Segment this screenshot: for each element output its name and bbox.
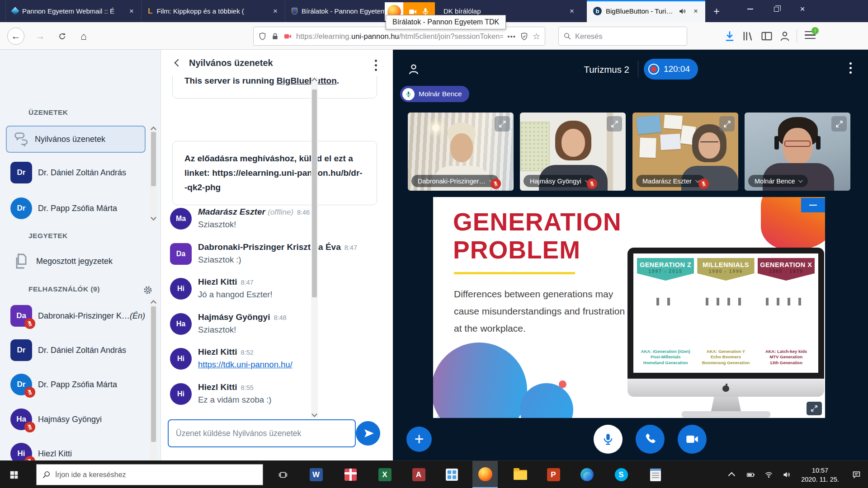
- library-icon[interactable]: [741, 30, 754, 42]
- bookmark-star-icon[interactable]: ☆: [533, 31, 540, 42]
- lock-icon[interactable]: [271, 32, 279, 41]
- taskbar-app-file-explorer[interactable]: [508, 461, 533, 488]
- chat-message-input[interactable]: [176, 429, 348, 438]
- chat-bubbles-icon: [13, 131, 29, 147]
- start-button[interactable]: [0, 461, 28, 488]
- notes-icon: [12, 252, 30, 270]
- crest-favicon: [292, 8, 297, 14]
- tab-bigbluebutton-active[interactable]: b BigBlueButton - Turizmus ×: [587, 0, 705, 22]
- sidebar-item-private-chat[interactable]: Dr Dr. Papp Zsófia Márta: [0, 197, 160, 219]
- send-icon: [363, 428, 374, 439]
- new-tab-button[interactable]: +: [709, 4, 724, 19]
- chat-options-kebab-icon[interactable]: [375, 60, 377, 73]
- user-row[interactable]: Ha Hajmásy Gyöngyi: [0, 408, 160, 430]
- taskbar-search-input[interactable]: [55, 471, 257, 479]
- taskbar-app-skype[interactable]: S: [609, 461, 634, 488]
- taskbar-app-word[interactable]: W: [303, 461, 329, 488]
- webcam-name-pill[interactable]: Hajmásy Gyöngyi: [524, 175, 594, 187]
- task-view-button[interactable]: [271, 461, 295, 488]
- tracking-protection-shield-icon[interactable]: [258, 32, 267, 41]
- home-button[interactable]: ⌂: [75, 28, 92, 45]
- recording-indicator[interactable]: 120:04: [644, 59, 698, 80]
- user-row[interactable]: Dr Dr. Dániel Zoltán András: [0, 339, 160, 361]
- user-row[interactable]: Dr Dr. Papp Zsófia Márta: [0, 374, 160, 395]
- fullscreen-icon[interactable]: [607, 116, 622, 131]
- tab-webmail[interactable]: Pannon Egyetem Webmail :: É ×: [5, 0, 141, 22]
- active-talker-indicator[interactable]: Molnár Bence: [400, 86, 469, 102]
- chat-message-link[interactable]: https://tdk.uni-pannon.hu/: [198, 360, 369, 370]
- chevron-left-icon[interactable]: [175, 59, 182, 67]
- taskbar-app-access[interactable]: A: [406, 461, 431, 488]
- talker-mic-icon: [402, 88, 415, 100]
- tab-audio-icon[interactable]: [679, 7, 687, 15]
- close-icon[interactable]: ×: [270, 6, 280, 16]
- taskbar-app-excel[interactable]: X: [372, 461, 397, 488]
- downloads-icon[interactable]: [723, 30, 736, 42]
- network-icon[interactable]: [760, 461, 778, 488]
- microphone-icon: [601, 432, 615, 446]
- taskbar-app-gift[interactable]: [338, 461, 363, 488]
- gear-icon[interactable]: [143, 285, 153, 295]
- chat-input[interactable]: [168, 419, 356, 447]
- avatar: Ha: [170, 313, 192, 335]
- webcam-name-pill[interactable]: Madarász Eszter: [636, 175, 705, 187]
- users-scrollbar[interactable]: [150, 299, 157, 488]
- close-icon[interactable]: ×: [691, 6, 701, 16]
- hidden-icons-chevron[interactable]: [723, 461, 741, 488]
- sidebar-item-shared-notes[interactable]: Megosztott jegyzetek: [0, 250, 160, 272]
- forward-button[interactable]: →: [32, 28, 49, 45]
- fullscreen-icon[interactable]: [831, 116, 847, 131]
- presentation-fullscreen-button[interactable]: [807, 402, 822, 415]
- tab-film[interactable]: L Film: Kippkopp és a többiek ( ×: [141, 0, 285, 22]
- taskbar-app-grid[interactable]: [439, 461, 464, 488]
- fullscreen-icon[interactable]: [495, 116, 510, 131]
- close-icon[interactable]: ×: [567, 6, 577, 16]
- close-icon[interactable]: ×: [127, 6, 137, 16]
- search-icon: [42, 470, 51, 479]
- volume-icon[interactable]: [778, 461, 796, 488]
- back-button[interactable]: ←: [7, 28, 24, 45]
- window-minimize-button[interactable]: [739, 0, 761, 18]
- webcam-share-button[interactable]: [678, 425, 707, 454]
- tab-tooltip: Bírálatok - Pannon Egyetem TDK: [386, 15, 506, 29]
- url-bar[interactable]: https://elearning.uni-pannon.hu/html5cli…: [253, 27, 545, 46]
- chat-scrollbar[interactable]: [311, 77, 318, 418]
- reload-button[interactable]: [53, 28, 71, 45]
- bigbluebutton-link[interactable]: BigBlueButton: [277, 76, 337, 85]
- bookmark-shield-icon[interactable]: [520, 32, 528, 41]
- screen: Pannon Egyetem Webmail :: É × L Film: Ki…: [0, 0, 868, 488]
- sidebar-toggle-icon[interactable]: [760, 30, 773, 42]
- sidebar-item-public-chat[interactable]: Nyilvános üzenetek: [6, 126, 146, 153]
- messages-scrollbar[interactable]: [150, 126, 157, 221]
- taskbar-app-powerpoint[interactable]: P: [541, 461, 566, 488]
- sidebar-item-private-chat[interactable]: Dr Dr. Dániel Zoltán András: [0, 162, 160, 183]
- page-actions-icon[interactable]: •••: [507, 33, 516, 40]
- send-message-button[interactable]: [356, 421, 380, 446]
- options-kebab-icon[interactable]: [849, 62, 852, 76]
- window-restore-button[interactable]: [765, 0, 788, 18]
- taskbar-app-firefox-active[interactable]: [472, 461, 498, 488]
- mute-button[interactable]: [594, 425, 623, 454]
- taskbar-search[interactable]: [36, 464, 263, 485]
- search-input[interactable]: [575, 32, 682, 41]
- minimize-presentation-button[interactable]: [801, 198, 825, 212]
- taskbar-clock[interactable]: 10:57 2020. 11. 25.: [796, 466, 844, 484]
- search-bar[interactable]: [558, 27, 687, 46]
- camera-permission-icon[interactable]: [283, 32, 292, 41]
- actions-plus-button[interactable]: +: [406, 427, 432, 452]
- url-text[interactable]: https://elearning.uni-pannon.hu/html5cli…: [296, 32, 503, 41]
- account-icon[interactable]: [778, 30, 791, 42]
- skype-icon: S: [615, 468, 628, 481]
- fullscreen-icon[interactable]: [719, 116, 735, 131]
- taskbar-app-notepad[interactable]: [643, 461, 668, 488]
- window-close-button[interactable]: ×: [791, 0, 814, 18]
- action-center-button[interactable]: [844, 461, 868, 488]
- taskbar-app-edge[interactable]: [574, 461, 599, 488]
- hamburger-menu-icon[interactable]: ↑: [805, 31, 816, 41]
- leave-audio-button[interactable]: [636, 425, 665, 454]
- webcam-name-pill[interactable]: Dabronaki-Priszinger Kr…: [411, 175, 499, 187]
- user-row[interactable]: Da Dabronaki-Priszinger K…(Én): [0, 305, 160, 327]
- battery-icon[interactable]: [741, 461, 760, 488]
- gift-icon: [344, 469, 357, 481]
- webcam-name-pill[interactable]: Molnár Bence: [748, 175, 808, 187]
